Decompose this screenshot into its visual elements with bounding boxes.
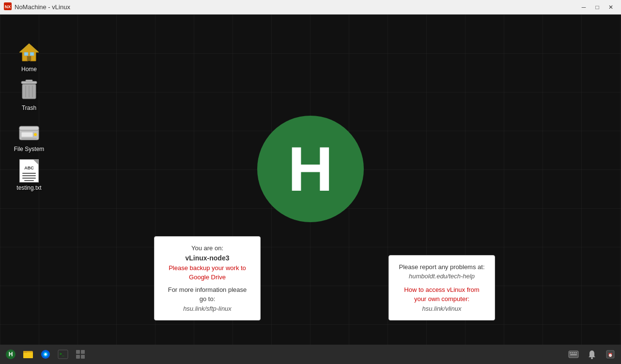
svg-text:NX: NX — [5, 4, 11, 9]
vlinux-link[interactable]: hsu.link/vlinux — [399, 304, 485, 314]
svg-rect-4 — [27, 56, 31, 61]
how-to-text: How to access vLinux from your own compu… — [399, 285, 485, 304]
home-icon-label: Home — [21, 66, 37, 73]
titlebar-left: NX NoMachine - vLinux — [4, 2, 70, 12]
svg-rect-40 — [570, 354, 577, 355]
clock-area: ⏰ — [603, 347, 618, 362]
applications-menu-button[interactable]: H — [3, 347, 18, 362]
svg-rect-25 — [23, 351, 27, 353]
svg-rect-18 — [21, 138, 37, 139]
trash-icon-label: Trash — [22, 105, 36, 111]
svg-rect-39 — [575, 352, 577, 353]
filesystem-icon-label: File System — [14, 146, 45, 152]
humboldt-logo: H — [257, 116, 364, 222]
left-info-card: You are on: vLinux-node3 Please backup y… — [154, 236, 261, 320]
svg-rect-9 — [26, 80, 32, 82]
more-apps-button[interactable] — [73, 347, 88, 362]
svg-text:>_: >_ — [60, 352, 64, 356]
right-card-line1: Please report any problems at: — [399, 262, 485, 272]
textfile-icon: ABC — [17, 159, 41, 182]
titlebar: NX NoMachine - vLinux ─ □ ✕ — [0, 0, 621, 15]
svg-rect-34 — [81, 355, 85, 359]
keyboard-indicator[interactable] — [566, 347, 581, 362]
textfile-icon-label: testing.txt — [16, 184, 41, 191]
backup-warning: Please backup your work to Google Drive — [164, 263, 250, 282]
svg-point-28 — [45, 353, 47, 356]
filesystem-desktop-icon[interactable]: File System — [10, 119, 48, 154]
titlebar-controls: ─ □ ✕ — [577, 2, 617, 12]
filesystem-icon — [17, 121, 41, 144]
right-info-card: Please report any problems at: humboldt.… — [388, 255, 495, 321]
svg-rect-5 — [24, 52, 28, 56]
home-icon — [17, 41, 41, 64]
svg-point-17 — [34, 133, 37, 136]
svg-text:⏰: ⏰ — [608, 352, 613, 357]
desktop: Home Trash — [0, 15, 621, 345]
titlebar-title: NoMachine - vLinux — [15, 3, 70, 11]
textfile-desktop-icon[interactable]: ABC testing.txt — [10, 157, 48, 193]
left-card-line1: You are on: — [164, 243, 250, 253]
svg-rect-24 — [23, 352, 33, 358]
svg-rect-38 — [574, 352, 575, 353]
svg-text:H: H — [9, 351, 13, 358]
svg-rect-33 — [76, 355, 80, 359]
svg-rect-36 — [570, 352, 571, 353]
trash-icon — [17, 79, 41, 103]
maximize-button[interactable]: □ — [591, 2, 604, 12]
left-card-info-prefix: For more information please go to: — [164, 285, 250, 304]
taskbar: H >_ — [0, 345, 621, 364]
svg-rect-15 — [19, 126, 39, 130]
svg-point-41 — [591, 357, 593, 359]
home-desktop-icon[interactable]: Home — [10, 39, 48, 75]
left-card-link[interactable]: hsu.link/sftp-linux — [164, 304, 250, 314]
svg-rect-6 — [30, 52, 34, 56]
svg-rect-31 — [76, 350, 80, 354]
trash-desktop-icon[interactable]: Trash — [10, 77, 48, 113]
notifications-button[interactable] — [584, 347, 600, 362]
tech-help-link[interactable]: humboldt.edu/tech-help — [399, 272, 485, 281]
svg-rect-32 — [81, 350, 85, 354]
node-name: vLinux-node3 — [164, 253, 250, 263]
taskbar-right-area: ⏰ — [566, 347, 618, 362]
svg-rect-16 — [21, 132, 33, 137]
nomachine-icon: NX — [4, 2, 12, 12]
files-taskbar-button[interactable] — [20, 347, 36, 362]
minimize-button[interactable]: ─ — [577, 2, 590, 12]
terminal-taskbar-button[interactable]: >_ — [55, 347, 71, 362]
svg-text:H: H — [288, 134, 333, 204]
firefox-taskbar-button[interactable] — [38, 347, 53, 362]
close-button[interactable]: ✕ — [605, 2, 617, 12]
svg-rect-37 — [572, 352, 573, 353]
